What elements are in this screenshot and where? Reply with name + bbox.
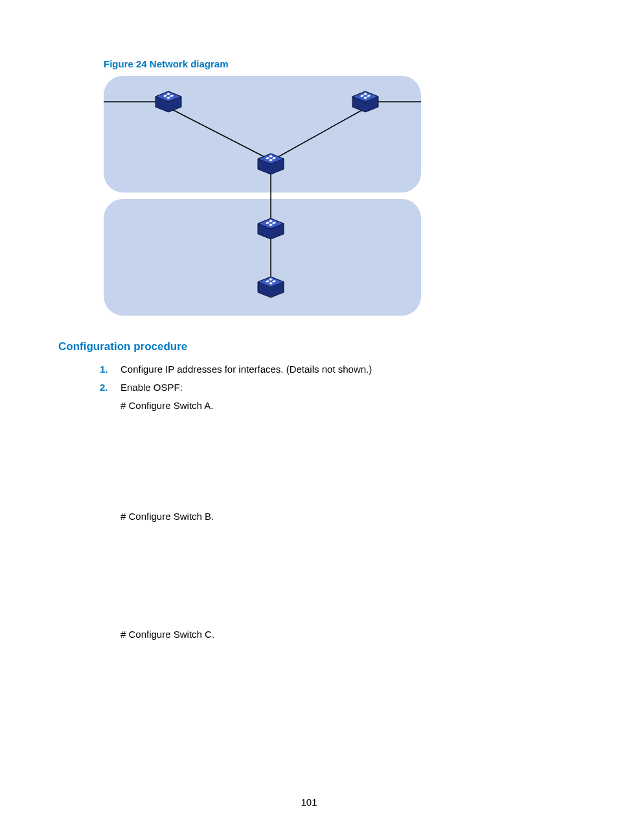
page: Figure 24 Network diagram (0, 0, 618, 840)
section-heading: Configuration procedure (58, 340, 560, 353)
svg-line-2 (170, 108, 268, 159)
substep-text: # Configure Switch B. (120, 509, 560, 524)
steps-list: 1. Configure IP addresses for interfaces… (100, 362, 560, 395)
switch-icon (351, 90, 380, 115)
step-text: Configure IP addresses for interfaces. (… (120, 362, 560, 377)
switch-icon (257, 275, 285, 300)
step-number: 1. (100, 364, 120, 375)
step-text: Enable OSPF: (120, 380, 560, 395)
switch-icon (257, 217, 285, 242)
network-diagram (104, 76, 421, 322)
figure-caption: Figure 24 Network diagram (104, 58, 560, 69)
list-item: 2. Enable OSPF: (100, 380, 560, 395)
svg-line-3 (275, 108, 365, 159)
substep-text: # Configure Switch C. (120, 627, 560, 642)
list-item: 1. Configure IP addresses for interfaces… (100, 362, 560, 377)
switch-icon (257, 152, 285, 177)
substep-text: # Configure Switch A. (120, 399, 560, 413)
page-number: 101 (0, 797, 618, 808)
step-number: 2. (100, 382, 120, 393)
switch-icon (154, 90, 183, 115)
